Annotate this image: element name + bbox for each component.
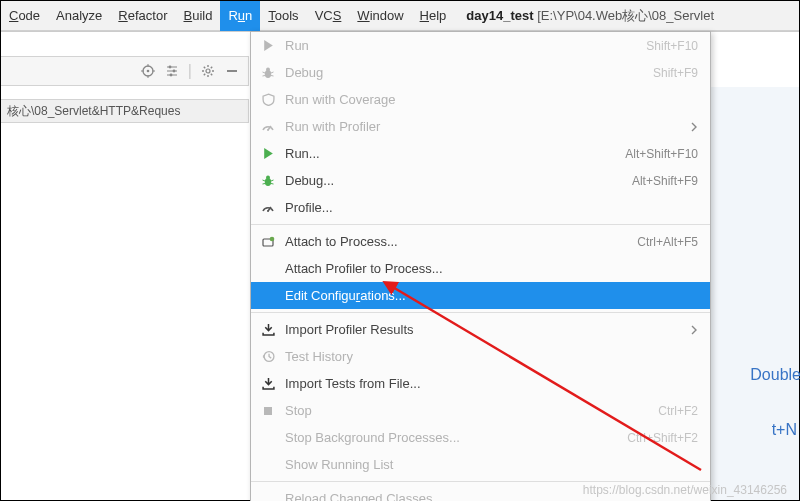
- menu-item-label: Run with Profiler: [285, 119, 682, 134]
- svg-point-23: [266, 67, 270, 71]
- svg-rect-41: [264, 407, 272, 415]
- svg-line-26: [263, 75, 266, 76]
- hint-shortcut: t+N: [772, 421, 797, 439]
- menu-vcs[interactable]: VCS: [307, 1, 350, 31]
- menu-item-import-profiler-results[interactable]: Import Profiler Results: [251, 316, 710, 343]
- svg-point-1: [147, 70, 150, 73]
- play-gray-icon: [259, 37, 277, 55]
- menu-window[interactable]: Window: [349, 1, 411, 31]
- blank-icon: [259, 490, 277, 502]
- svg-rect-21: [227, 70, 237, 72]
- menu-item-stop: StopCtrl+F2: [251, 397, 710, 424]
- path-text: 核心\08_Servlet&HTTP&Reques: [7, 103, 180, 120]
- gear-icon[interactable]: [200, 63, 216, 79]
- menu-item-label: Debug...: [285, 173, 624, 188]
- menu-code[interactable]: Code: [1, 1, 48, 31]
- svg-point-29: [267, 129, 269, 131]
- menu-item-attach-profiler-to-process[interactable]: Attach Profiler to Process...: [251, 255, 710, 282]
- blank-icon: [259, 429, 277, 447]
- run-dropdown-menu: RunShift+F10DebugShift+F9Run with Covera…: [250, 31, 711, 501]
- menu-item-test-history: Test History: [251, 343, 710, 370]
- project-path: [E:\YP\04.Web核心\08_Servlet: [537, 8, 714, 23]
- attach-icon: [259, 233, 277, 251]
- menu-separator: [251, 312, 710, 313]
- project-name: day14_test: [466, 8, 533, 23]
- import-icon: [259, 321, 277, 339]
- menu-separator: [251, 224, 710, 225]
- toolbar-divider: |: [188, 62, 192, 80]
- menu-item-attach-to-process[interactable]: Attach to Process...Ctrl+Alt+F5: [251, 228, 710, 255]
- menu-item-run: RunShift+F10: [251, 32, 710, 59]
- menu-item-label: Debug: [285, 65, 645, 80]
- menu-item-label: Stop: [285, 403, 650, 418]
- gauge-gray-icon: [259, 118, 277, 136]
- menu-item-stop-background-processes: Stop Background Processes...Ctrl+Shift+F…: [251, 424, 710, 451]
- import-icon: [259, 375, 277, 393]
- menu-run[interactable]: Run: [220, 1, 260, 31]
- shield-gray-icon: [259, 91, 277, 109]
- blank-icon: [259, 260, 277, 278]
- menu-build[interactable]: Build: [175, 1, 220, 31]
- menu-item-label: Show Running List: [285, 457, 698, 472]
- menu-item-shortcut: Ctrl+Alt+F5: [637, 235, 698, 249]
- menu-item-label: Run...: [285, 146, 617, 161]
- hint-double-shift: Double Sh: [750, 366, 800, 384]
- menu-item-debug[interactable]: Debug...Alt+Shift+F9: [251, 167, 710, 194]
- chevron-right-icon: [690, 122, 698, 132]
- menu-item-edit-configurations[interactable]: Edit Configurations...: [251, 282, 710, 309]
- window-frame: CodeAnalyzeRefactorBuildRunToolsVCSWindo…: [0, 0, 800, 501]
- svg-point-39: [270, 236, 275, 241]
- menu-item-show-running-list: Show Running List: [251, 451, 710, 478]
- menu-item-label: Edit Configurations...: [285, 288, 698, 303]
- svg-line-17: [204, 67, 205, 68]
- svg-line-32: [263, 180, 266, 181]
- menu-item-profile[interactable]: Profile...: [251, 194, 710, 221]
- menu-item-debug: DebugShift+F9: [251, 59, 710, 86]
- menu-item-run[interactable]: Run...Alt+Shift+F10: [251, 140, 710, 167]
- menu-help[interactable]: Help: [412, 1, 455, 31]
- menu-item-import-tests-from-file[interactable]: Import Tests from File...: [251, 370, 710, 397]
- menu-refactor[interactable]: Refactor: [110, 1, 175, 31]
- svg-point-12: [206, 69, 210, 73]
- menu-item-label: Stop Background Processes...: [285, 430, 619, 445]
- gauge-icon: [259, 199, 277, 217]
- menu-item-shortcut: Shift+F10: [646, 39, 698, 53]
- menu-item-label: Run: [285, 38, 638, 53]
- watermark: https://blog.csdn.net/weixin_43146256: [583, 483, 787, 497]
- menu-item-run-with-profiler: Run with Profiler: [251, 113, 710, 140]
- chevron-right-icon: [690, 325, 698, 335]
- menu-item-label: Profile...: [285, 200, 698, 215]
- menu-separator: [251, 481, 710, 482]
- menu-item-label: Import Tests from File...: [285, 376, 698, 391]
- svg-line-33: [271, 180, 274, 181]
- blank-icon: [259, 287, 277, 305]
- menu-item-run-with-coverage: Run with Coverage: [251, 86, 710, 113]
- svg-line-24: [263, 72, 266, 73]
- stop-gray-icon: [259, 402, 277, 420]
- svg-point-37: [267, 210, 269, 212]
- menu-item-label: Test History: [285, 349, 698, 364]
- bug-gray-icon: [259, 64, 277, 82]
- menu-item-label: Import Profiler Results: [285, 322, 682, 337]
- svg-point-31: [266, 175, 270, 179]
- menu-item-label: Attach to Process...: [285, 234, 629, 249]
- menu-item-label: Attach Profiler to Process...: [285, 261, 698, 276]
- svg-line-20: [211, 67, 212, 68]
- target-icon[interactable]: [140, 63, 156, 79]
- menu-item-shortcut: Alt+Shift+F9: [632, 174, 698, 188]
- sliders-icon[interactable]: [164, 63, 180, 79]
- svg-line-27: [271, 75, 274, 76]
- menu-tools[interactable]: Tools: [260, 1, 306, 31]
- collapse-icon[interactable]: [224, 63, 240, 79]
- svg-line-25: [271, 72, 274, 73]
- blank-icon: [259, 456, 277, 474]
- svg-point-10: [172, 70, 175, 73]
- menu-item-shortcut: Ctrl+Shift+F2: [627, 431, 698, 445]
- svg-line-19: [204, 74, 205, 75]
- svg-point-11: [169, 74, 172, 77]
- menubar: CodeAnalyzeRefactorBuildRunToolsVCSWindo…: [1, 1, 799, 31]
- menu-analyze[interactable]: Analyze: [48, 1, 110, 31]
- project-title: day14_test [E:\YP\04.Web核心\08_Servlet: [466, 7, 714, 25]
- history-gray-icon: [259, 348, 277, 366]
- menu-item-shortcut: Shift+F9: [653, 66, 698, 80]
